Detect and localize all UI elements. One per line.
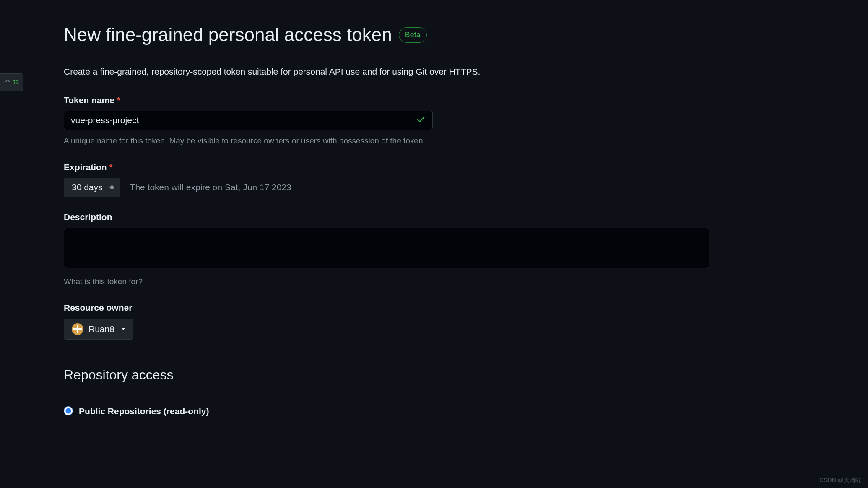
chevron-up-icon: [4, 77, 11, 87]
resource-owner-group: Resource owner Ruan8: [64, 301, 709, 340]
select-arrows-icon: [109, 185, 114, 190]
avatar: [72, 323, 83, 335]
token-name-label: Token name *: [64, 93, 709, 107]
page-title: New fine-grained personal access token: [64, 21, 392, 49]
token-name-help: A unique name for this token. May be vis…: [64, 135, 709, 147]
caret-down-icon: [121, 328, 125, 330]
token-name-group: Token name * A unique name for this toke…: [64, 93, 709, 147]
watermark: CSDN @大晴啦: [819, 476, 861, 485]
required-indicator: *: [117, 95, 120, 105]
resource-owner-label: Resource owner: [64, 301, 709, 314]
resource-owner-select[interactable]: Ruan8: [64, 319, 133, 340]
repository-access-title: Repository access: [64, 365, 709, 390]
side-tab-label: ta: [13, 77, 19, 87]
expiration-info: The token will expire on Sat, Jun 17 202…: [130, 181, 291, 194]
description-label: Description: [64, 210, 709, 224]
public-repos-radio[interactable]: [64, 406, 73, 415]
description-help: What is this token for?: [64, 276, 709, 288]
side-collapse-tab[interactable]: ta: [0, 73, 23, 91]
check-icon: [416, 114, 426, 127]
beta-badge: Beta: [399, 27, 427, 43]
page-header: New fine-grained personal access token B…: [64, 21, 709, 54]
expiration-label: Expiration *: [64, 161, 709, 174]
token-name-input[interactable]: [64, 111, 433, 130]
description-textarea[interactable]: [64, 228, 709, 268]
public-repos-label[interactable]: Public Repositories (read-only): [79, 405, 209, 418]
required-indicator: *: [109, 162, 113, 172]
intro-text: Create a fine-grained, repository-scoped…: [64, 65, 709, 78]
expiration-group: Expiration * 30 days The token will expi…: [64, 161, 709, 197]
expiration-select[interactable]: 30 days: [64, 178, 120, 197]
public-repos-option[interactable]: Public Repositories (read-only): [64, 405, 709, 418]
description-group: Description What is this token for?: [64, 210, 709, 288]
